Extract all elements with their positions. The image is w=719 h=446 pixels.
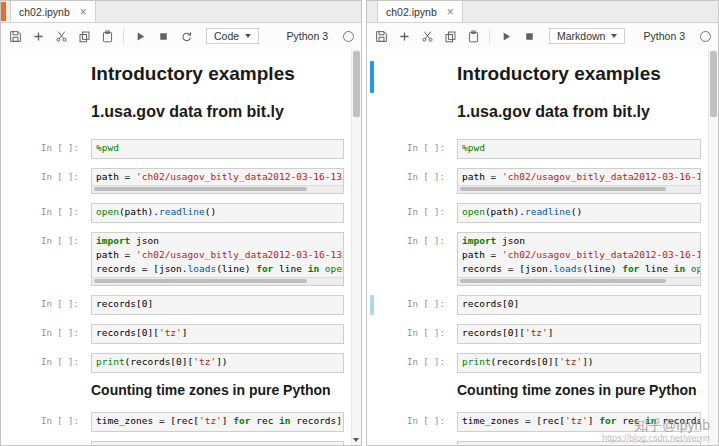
code-token: %pwd xyxy=(462,142,485,153)
code-editor[interactable]: print(records[0]['tz']) xyxy=(91,353,344,373)
cell-type-dropdown[interactable]: Code xyxy=(206,28,259,44)
markdown-cell[interactable]: Introductory examples xyxy=(41,63,344,85)
code-editor[interactable]: time_zones = [rec['tz'] for rec in recor… xyxy=(91,441,344,445)
markdown-cell[interactable]: Counting time zones in pure Python xyxy=(407,382,701,398)
code-cell: In [ ]: path = 'ch02/usagov_bitly_data20… xyxy=(407,168,701,194)
code-line: path = 'ch02/usagov_bitly_data2012-03-16… xyxy=(458,171,700,183)
selected-cell-indicator xyxy=(370,295,374,315)
code-token: ]) xyxy=(216,356,227,367)
kernel-name[interactable]: Python 3 xyxy=(644,30,685,42)
section-title: 1.usa.gov data from bit.ly xyxy=(91,103,344,121)
cell-prompt: In [ ]: xyxy=(407,295,451,315)
run-icon xyxy=(500,30,513,43)
jupyterlab-split-view: ch02.ipynb × Code Python 3 Introduc xyxy=(0,0,719,446)
code-editor[interactable]: records[0]['tz'] xyxy=(457,324,701,344)
insert-cell-button[interactable] xyxy=(31,29,45,43)
markdown-cell[interactable]: 1.usa.gov data from bit.ly xyxy=(407,103,701,121)
cell-prompt: In [ ]: xyxy=(41,353,85,373)
vertical-scrollbar[interactable] xyxy=(351,49,361,445)
save-icon xyxy=(375,30,388,43)
cell-prompt: In [ ]: xyxy=(407,324,451,344)
code-token: records] xyxy=(657,444,700,445)
tab-close-icon[interactable]: × xyxy=(447,6,454,18)
code-line: time_zones = [rec['tz'] for rec in recor… xyxy=(92,415,343,427)
horizontal-scrollbar-thumb[interactable] xyxy=(460,279,666,283)
horizontal-scrollbar-thumb[interactable] xyxy=(460,187,666,191)
code-editor[interactable]: records[0]['tz'] xyxy=(91,324,344,344)
tab-ch02-notebook[interactable]: ch02.ipynb × xyxy=(377,1,463,22)
save-button[interactable] xyxy=(8,29,22,43)
cell-prompt: In [ ]: xyxy=(407,232,451,286)
vertical-scrollbar-thumb[interactable] xyxy=(353,51,360,117)
tab-ch02-notebook[interactable]: ch02.ipynb × xyxy=(10,1,96,22)
code-token: ] xyxy=(182,327,188,338)
horizontal-scrollbar[interactable] xyxy=(458,185,700,193)
save-button[interactable] xyxy=(374,29,388,43)
horizontal-scrollbar[interactable] xyxy=(92,185,343,193)
markdown-cell-selected[interactable]: Introductory examples xyxy=(407,63,701,85)
markdown-cell[interactable]: Counting time zones in pure Python xyxy=(41,382,344,398)
kernel-name[interactable]: Python 3 xyxy=(287,30,328,42)
vertical-scrollbar-thumb[interactable] xyxy=(710,51,717,117)
tab-close-icon[interactable]: × xyxy=(80,6,87,18)
code-editor[interactable]: %pwd xyxy=(91,139,344,159)
code-editor[interactable]: records[0] xyxy=(91,295,344,315)
code-token: 'ch02/usagov_bitly_data2012-03-16-133192… xyxy=(502,171,700,182)
stop-button[interactable] xyxy=(522,29,536,43)
horizontal-scrollbar[interactable] xyxy=(458,277,700,285)
scrollbar-down-arrow-icon[interactable] xyxy=(353,438,359,442)
code-token: 'tz' xyxy=(565,415,588,426)
plus-icon xyxy=(398,30,411,43)
code-editor[interactable]: print(records[0]['tz']) xyxy=(457,353,701,373)
cut-cells-button[interactable] xyxy=(420,29,434,43)
run-button[interactable] xyxy=(133,29,147,43)
run-button[interactable] xyxy=(499,29,513,43)
code-token: time_zones = [rec[ xyxy=(96,444,199,445)
notebook-toolbar: Code Python 3 xyxy=(1,23,361,50)
code-line: path = 'ch02/usagov_bitly_data2012-03-16… xyxy=(92,249,343,261)
copy-cells-button[interactable] xyxy=(443,29,457,43)
paste-cells-button[interactable] xyxy=(466,29,480,43)
code-editor[interactable]: import json path = 'ch02/usagov_bitly_da… xyxy=(91,232,344,286)
code-editor[interactable]: import json path = 'ch02/usagov_bitly_da… xyxy=(457,232,701,286)
code-editor[interactable]: time_zones = [rec['tz'] for rec in recor… xyxy=(457,412,701,432)
code-editor[interactable]: %pwd xyxy=(457,139,701,159)
vertical-scrollbar[interactable] xyxy=(708,49,718,445)
copy-cells-button[interactable] xyxy=(77,29,91,43)
code-token: time_zones = [rec[ xyxy=(462,415,565,426)
code-token: 'tz' xyxy=(525,327,548,338)
code-token: open xyxy=(691,263,700,274)
code-editor[interactable]: time_zones = [rec['tz'] for rec in recor… xyxy=(457,441,701,445)
cut-cells-button[interactable] xyxy=(54,29,68,43)
code-token: loads xyxy=(554,263,583,274)
insert-cell-button[interactable] xyxy=(397,29,411,43)
code-line: open(path).readline() xyxy=(458,206,700,218)
horizontal-scrollbar-thumb[interactable] xyxy=(94,279,307,283)
code-token: path = xyxy=(462,171,502,182)
tab-bar: ch02.ipynb × xyxy=(1,1,361,23)
code-editor[interactable]: open(path).readline() xyxy=(457,203,701,223)
horizontal-scrollbar-thumb[interactable] xyxy=(94,187,307,191)
plus-icon xyxy=(32,30,45,43)
code-editor[interactable]: time_zones = [rec['tz'] for rec in recor… xyxy=(91,412,344,432)
markdown-cell[interactable]: 1.usa.gov data from bit.ly xyxy=(41,103,344,121)
paste-cells-button[interactable] xyxy=(100,29,114,43)
code-token: ] xyxy=(588,444,599,445)
stop-button[interactable] xyxy=(156,29,170,43)
code-editor[interactable]: records[0] xyxy=(457,295,701,315)
code-cell: In [ ]: records[0]['tz'] xyxy=(407,324,701,344)
code-token: loads xyxy=(188,263,217,274)
code-token: records] xyxy=(657,415,700,426)
code-token: for xyxy=(622,263,639,274)
code-cell: In [ ]: time_zones = [rec['tz'] for rec … xyxy=(407,412,701,432)
code-token: (line) xyxy=(216,263,256,274)
code-editor[interactable]: open(path).readline() xyxy=(91,203,344,223)
code-editor[interactable]: path = 'ch02/usagov_bitly_data2012-03-16… xyxy=(91,168,344,194)
restart-kernel-button[interactable] xyxy=(179,29,193,43)
horizontal-scrollbar[interactable] xyxy=(92,277,343,285)
code-editor[interactable]: path = 'ch02/usagov_bitly_data2012-03-16… xyxy=(457,168,701,194)
kernel-status-icon xyxy=(700,31,711,42)
cell-type-dropdown[interactable]: Markdown xyxy=(549,28,625,44)
code-token: open xyxy=(325,263,343,274)
code-token: records[0] xyxy=(462,298,519,309)
